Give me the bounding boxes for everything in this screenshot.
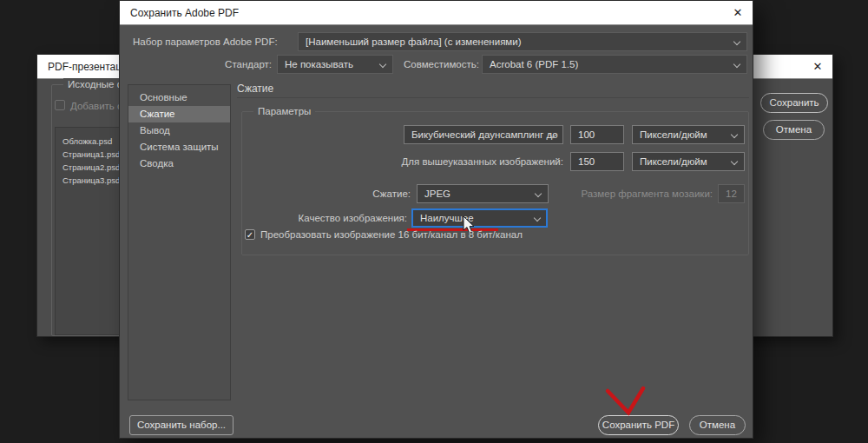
images-above-resolution-input[interactable] bbox=[570, 152, 624, 171]
sidebar-item-summary[interactable]: Сводка bbox=[128, 155, 230, 172]
downsampling-value: Бикубический даунсамплинг до bbox=[411, 129, 558, 140]
images-above-label: Для вышеуказанных изображений: bbox=[354, 152, 563, 171]
standard-label: Стандарт: bbox=[202, 55, 272, 74]
chevron-down-icon bbox=[733, 61, 740, 68]
resolution-unit-value: Пиксели/дюйм bbox=[640, 129, 707, 140]
close-icon[interactable]: ✕ bbox=[803, 55, 832, 78]
chevron-down-icon bbox=[534, 215, 541, 222]
save-pdf-dialog-title: Сохранить Adobe PDF bbox=[130, 7, 239, 19]
convert-16bit-checkbox[interactable]: ✓ bbox=[245, 229, 255, 240]
save-adobe-pdf-dialog: Сохранить Adobe PDF ✕ Набор параметров A… bbox=[119, 0, 753, 439]
save-dialog-cancel-button[interactable]: Отмена bbox=[689, 415, 746, 435]
standard-dropdown[interactable]: Не показывать bbox=[277, 55, 393, 74]
convert-16bit-label: Преобразовать изображение 16 бит/канал в… bbox=[260, 225, 523, 244]
settings-section-list: Основные Сжатие Вывод Система защиты Сво… bbox=[128, 84, 231, 400]
images-above-unit-value: Пиксели/дюйм bbox=[640, 156, 707, 167]
add-open-files-label: Добавить о bbox=[70, 96, 122, 116]
image-quality-value: Наилучшее bbox=[420, 213, 474, 223]
chevron-down-icon bbox=[731, 131, 738, 138]
sidebar-item-output[interactable]: Вывод bbox=[128, 122, 230, 139]
chevron-down-icon bbox=[379, 61, 386, 68]
heading-divider bbox=[237, 97, 749, 98]
sidebar-item-compression[interactable]: Сжатие bbox=[128, 106, 230, 122]
add-open-files-checkbox bbox=[55, 100, 65, 110]
chevron-down-icon bbox=[535, 190, 542, 197]
close-icon[interactable]: ✕ bbox=[723, 1, 753, 24]
red-check-annotation bbox=[599, 383, 651, 416]
sidebar-item-security[interactable]: Система защиты bbox=[128, 139, 230, 155]
chevron-down-icon bbox=[731, 158, 738, 165]
page-title: Сжатие bbox=[237, 79, 273, 98]
preset-label: Набор параметров Adobe PDF: bbox=[133, 32, 278, 51]
preset-value: [Наименьший размер файла] (с изменениями… bbox=[306, 36, 522, 47]
chevron-down-icon bbox=[733, 38, 740, 45]
compression-dropdown[interactable]: JPEG bbox=[417, 184, 549, 203]
sidebar-item-general[interactable]: Основные bbox=[128, 89, 230, 106]
presentation-cancel-button[interactable]: Отмена bbox=[763, 120, 825, 140]
resolution-unit-dropdown[interactable]: Пиксели/дюйм bbox=[632, 125, 745, 144]
images-above-unit-dropdown[interactable]: Пиксели/дюйм bbox=[632, 152, 745, 171]
compression-label: Сжатие: bbox=[315, 184, 411, 203]
preset-dropdown[interactable]: [Наименьший размер файла] (с изменениями… bbox=[298, 32, 747, 51]
compatibility-dropdown[interactable]: Acrobat 6 (PDF 1.5) bbox=[482, 55, 747, 74]
save-pdf-titlebar: Сохранить Adobe PDF ✕ bbox=[120, 1, 753, 25]
parameters-group-label: Параметры bbox=[253, 105, 315, 118]
compatibility-label: Совместимость: bbox=[404, 55, 478, 74]
tile-size-input bbox=[718, 184, 745, 203]
downsampling-dropdown[interactable]: Бикубический даунсамплинг до bbox=[404, 125, 563, 144]
resolution-input[interactable] bbox=[570, 125, 624, 144]
tile-size-label: Размер фрагмента мозаики: bbox=[554, 184, 713, 203]
screen: PDF-презентация ✕ Исходные ф Добавить о … bbox=[0, 0, 868, 443]
compression-value: JPEG bbox=[424, 188, 450, 199]
save-preset-button[interactable]: Сохранить набор... bbox=[129, 415, 233, 435]
presentation-save-button[interactable]: Сохранить bbox=[760, 93, 828, 113]
standard-value: Не показывать bbox=[285, 59, 353, 69]
compatibility-value: Acrobat 6 (PDF 1.5) bbox=[490, 59, 578, 69]
save-pdf-button[interactable]: Сохранить PDF bbox=[598, 415, 679, 435]
